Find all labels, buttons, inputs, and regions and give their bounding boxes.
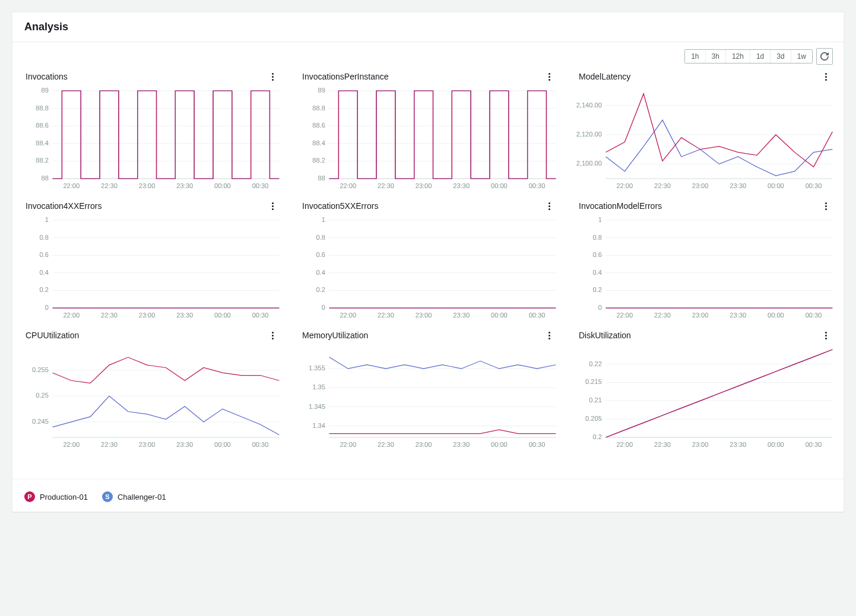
svg-text:0.2: 0.2 <box>316 287 325 293</box>
chart-disk-utilization: DiskUtilization 0.20.2050.210.2150.2222:… <box>569 326 840 453</box>
chart-plot-area[interactable]: 1.341.3451.351.35522:0022:3023:0023:3000… <box>296 344 560 450</box>
svg-text:1.345: 1.345 <box>309 403 325 409</box>
svg-text:00:30: 00:30 <box>529 312 546 319</box>
svg-text:00:30: 00:30 <box>252 442 269 448</box>
panel-title: Analysis <box>12 12 844 42</box>
svg-text:0.2: 0.2 <box>592 434 602 440</box>
svg-text:0.2: 0.2 <box>39 287 49 293</box>
svg-text:88: 88 <box>42 175 49 182</box>
chart-menu-button[interactable] <box>544 72 554 81</box>
time-range-1w[interactable]: 1w <box>791 50 812 63</box>
svg-text:0.8: 0.8 <box>316 234 325 240</box>
svg-text:22:30: 22:30 <box>101 312 118 319</box>
chart-title: Invocations <box>26 72 68 81</box>
svg-text:1.34: 1.34 <box>312 422 325 428</box>
svg-text:88.8: 88.8 <box>36 104 49 111</box>
chart-menu-button[interactable] <box>821 331 830 340</box>
chart-title: ModelLatency <box>579 72 630 81</box>
svg-text:00:00: 00:00 <box>491 312 508 319</box>
svg-text:1: 1 <box>598 217 602 223</box>
svg-text:22:00: 22:00 <box>63 312 80 319</box>
time-range-1h[interactable]: 1h <box>685 50 705 63</box>
svg-text:00:30: 00:30 <box>806 312 822 319</box>
svg-text:22:30: 22:30 <box>378 183 394 189</box>
chart-menu-button[interactable] <box>821 72 830 81</box>
svg-text:88.8: 88.8 <box>312 104 325 111</box>
svg-text:0.8: 0.8 <box>592 234 602 240</box>
svg-text:22:30: 22:30 <box>654 312 671 319</box>
time-range-12h[interactable]: 12h <box>726 50 750 63</box>
chart-plot-area[interactable]: 2,100.002,120.002,140.0022:0022:3023:002… <box>573 85 836 192</box>
legend-badge: S <box>102 491 113 502</box>
svg-text:23:30: 23:30 <box>730 442 746 448</box>
chart-title: Invocation5XXErrors <box>302 201 378 211</box>
svg-text:00:00: 00:00 <box>214 183 231 189</box>
svg-text:22:30: 22:30 <box>654 183 671 189</box>
chart-menu-button[interactable] <box>268 331 277 340</box>
chart-title: InvocationModelErrors <box>579 201 662 211</box>
svg-text:0.255: 0.255 <box>32 366 49 373</box>
chart-plot-area[interactable]: 00.20.40.60.8122:0022:3023:0023:3000:000… <box>296 214 560 321</box>
svg-text:00:00: 00:00 <box>491 183 508 189</box>
svg-text:1.355: 1.355 <box>309 365 325 371</box>
time-range-3d[interactable]: 3d <box>771 50 791 63</box>
svg-text:0.22: 0.22 <box>589 360 602 367</box>
chart-plot-area[interactable]: 0.20.2050.210.2150.2222:0022:3023:0023:3… <box>573 344 836 450</box>
svg-text:2,140.00: 2,140.00 <box>576 101 602 108</box>
svg-text:88.6: 88.6 <box>312 122 325 129</box>
time-range-3h[interactable]: 3h <box>706 50 726 63</box>
svg-text:22:30: 22:30 <box>378 312 394 319</box>
time-range-1d[interactable]: 1d <box>750 50 771 63</box>
chart-title: DiskUtilization <box>579 331 631 340</box>
svg-text:22:30: 22:30 <box>101 183 118 189</box>
svg-text:89: 89 <box>42 87 49 94</box>
svg-text:0: 0 <box>322 304 325 311</box>
svg-text:88: 88 <box>318 175 325 182</box>
svg-text:00:00: 00:00 <box>214 442 231 448</box>
svg-text:2,100.00: 2,100.00 <box>576 160 602 167</box>
svg-text:0: 0 <box>45 304 49 311</box>
svg-text:23:00: 23:00 <box>139 442 156 448</box>
svg-text:89: 89 <box>318 87 325 94</box>
svg-text:23:30: 23:30 <box>176 183 193 189</box>
chart-menu-button[interactable] <box>544 201 554 211</box>
svg-text:22:00: 22:00 <box>63 183 80 189</box>
svg-text:0.245: 0.245 <box>32 418 49 424</box>
svg-text:00:30: 00:30 <box>806 183 822 189</box>
svg-text:00:00: 00:00 <box>491 442 508 448</box>
chart-plot-area[interactable]: 8888.288.488.688.88922:0022:3023:0023:30… <box>296 85 560 192</box>
chart-menu-button[interactable] <box>268 201 277 211</box>
svg-text:2,120.00: 2,120.00 <box>576 131 602 138</box>
chart-plot-area[interactable]: 00.20.40.60.8122:0022:3023:0023:3000:000… <box>20 214 283 321</box>
chart-menu-button[interactable] <box>821 201 830 211</box>
legend-item-challenger-01[interactable]: SChallenger-01 <box>102 491 166 502</box>
chart-menu-button[interactable] <box>268 72 277 81</box>
svg-text:23:30: 23:30 <box>730 312 746 319</box>
svg-text:88.6: 88.6 <box>36 122 49 129</box>
svg-text:0.6: 0.6 <box>316 252 325 258</box>
chart-plot-area[interactable]: 8888.288.488.688.88922:0022:3023:0023:30… <box>20 85 283 192</box>
legend-row: PProduction-01SChallenger-01 <box>12 479 844 512</box>
svg-text:22:00: 22:00 <box>340 312 356 319</box>
legend-label: Challenger-01 <box>118 493 166 501</box>
svg-text:00:30: 00:30 <box>806 442 822 448</box>
refresh-icon <box>820 52 829 61</box>
chart-invocation-5xx-errors: Invocation5XXErrors 00.20.40.60.8122:002… <box>293 196 563 323</box>
svg-text:88.2: 88.2 <box>36 157 49 164</box>
refresh-button[interactable] <box>816 48 833 65</box>
legend-item-production-01[interactable]: PProduction-01 <box>24 491 88 502</box>
svg-text:0.4: 0.4 <box>39 269 49 275</box>
chart-plot-area[interactable]: 00.20.40.60.8122:0022:3023:0023:3000:000… <box>573 214 836 321</box>
chart-invocation-4xx-errors: Invocation4XXErrors 00.20.40.60.8122:002… <box>16 196 287 323</box>
svg-text:00:30: 00:30 <box>252 312 269 319</box>
svg-text:00:00: 00:00 <box>768 183 784 189</box>
chart-title: Invocation4XXErrors <box>26 201 102 211</box>
svg-text:0.8: 0.8 <box>39 234 49 240</box>
svg-text:23:30: 23:30 <box>453 442 470 448</box>
time-range-group: 1h3h12h1d3d1w <box>684 49 813 63</box>
svg-text:22:30: 22:30 <box>101 442 118 448</box>
svg-text:22:00: 22:00 <box>340 442 356 448</box>
svg-text:00:00: 00:00 <box>768 312 784 319</box>
chart-plot-area[interactable]: 0.2450.250.25522:0022:3023:0023:3000:000… <box>20 344 283 450</box>
chart-menu-button[interactable] <box>544 331 554 340</box>
